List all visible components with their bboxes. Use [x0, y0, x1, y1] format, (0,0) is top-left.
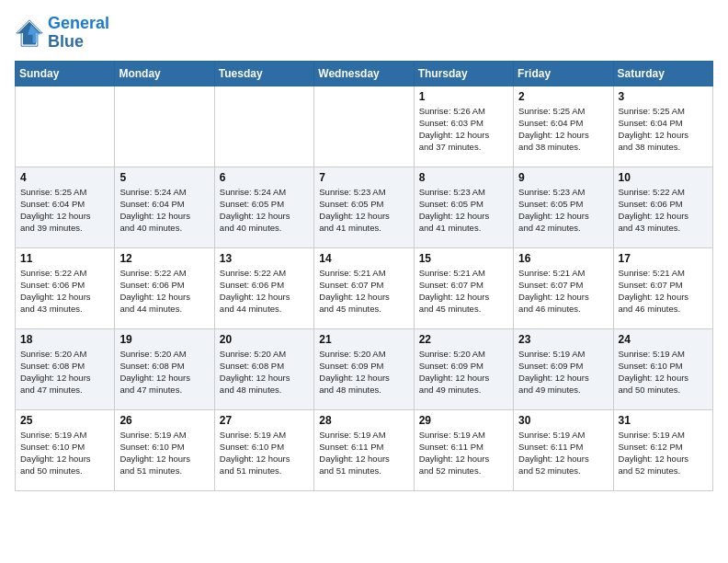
calendar-day-cell: 2Sunrise: 5:25 AMSunset: 6:04 PMDaylight…: [514, 86, 613, 167]
calendar-day-cell: 6Sunrise: 5:24 AMSunset: 6:05 PMDaylight…: [214, 167, 313, 247]
logo-text: General Blue: [48, 15, 109, 52]
calendar-week-4: 18Sunrise: 5:20 AMSunset: 6:08 PMDayligh…: [16, 328, 713, 409]
calendar-week-2: 4Sunrise: 5:25 AMSunset: 6:04 PMDaylight…: [16, 167, 713, 247]
calendar-day-cell: 5Sunrise: 5:24 AMSunset: 6:04 PMDaylight…: [115, 167, 214, 247]
day-number: 1: [419, 90, 508, 103]
weekday-header-saturday: Saturday: [613, 61, 712, 86]
calendar-week-5: 25Sunrise: 5:19 AMSunset: 6:10 PMDayligh…: [16, 409, 713, 490]
day-info: Sunrise: 5:22 AMSunset: 6:06 PMDaylight:…: [119, 267, 209, 316]
day-info: Sunrise: 5:21 AMSunset: 6:07 PMDaylight:…: [319, 267, 408, 316]
calendar-day-cell: 28Sunrise: 5:19 AMSunset: 6:11 PMDayligh…: [314, 409, 414, 490]
day-number: 18: [20, 333, 109, 346]
day-info: Sunrise: 5:20 AMSunset: 6:09 PMDaylight:…: [319, 348, 408, 396]
calendar-day-cell: 9Sunrise: 5:23 AMSunset: 6:05 PMDaylight…: [514, 167, 613, 247]
calendar-day-cell: 13Sunrise: 5:22 AMSunset: 6:06 PMDayligh…: [214, 247, 313, 328]
day-info: Sunrise: 5:19 AMSunset: 6:10 PMDaylight:…: [20, 429, 109, 477]
calendar-day-cell: 14Sunrise: 5:21 AMSunset: 6:07 PMDayligh…: [314, 247, 414, 328]
day-info: Sunrise: 5:19 AMSunset: 6:11 PMDaylight:…: [319, 429, 408, 477]
calendar-day-cell: 30Sunrise: 5:19 AMSunset: 6:11 PMDayligh…: [514, 409, 613, 490]
day-number: 19: [119, 333, 209, 346]
day-number: 6: [220, 171, 309, 184]
day-info: Sunrise: 5:19 AMSunset: 6:09 PMDaylight:…: [518, 348, 608, 396]
weekday-header-friday: Friday: [514, 61, 613, 86]
calendar-day-cell: 24Sunrise: 5:19 AMSunset: 6:10 PMDayligh…: [613, 328, 712, 409]
day-number: 24: [619, 333, 708, 346]
day-number: 7: [319, 171, 408, 184]
day-number: 31: [619, 414, 708, 427]
calendar-day-cell: [214, 86, 313, 167]
day-number: 12: [119, 252, 209, 265]
day-number: 15: [419, 252, 508, 265]
day-number: 3: [619, 90, 708, 103]
day-info: Sunrise: 5:22 AMSunset: 6:06 PMDaylight:…: [220, 267, 309, 316]
calendar-day-cell: 16Sunrise: 5:21 AMSunset: 6:07 PMDayligh…: [514, 247, 613, 328]
day-number: 28: [319, 414, 408, 427]
calendar-week-1: 1Sunrise: 5:26 AMSunset: 6:03 PMDaylight…: [16, 86, 713, 167]
day-number: 2: [518, 90, 608, 103]
calendar-day-cell: 15Sunrise: 5:21 AMSunset: 6:07 PMDayligh…: [414, 247, 513, 328]
day-info: Sunrise: 5:23 AMSunset: 6:05 PMDaylight:…: [518, 186, 608, 235]
day-number: 29: [419, 414, 508, 427]
logo: General Blue: [15, 15, 109, 52]
calendar-day-cell: [16, 86, 115, 167]
weekday-header-wednesday: Wednesday: [314, 61, 414, 86]
page-header: General Blue: [15, 15, 713, 52]
calendar-day-cell: 12Sunrise: 5:22 AMSunset: 6:06 PMDayligh…: [115, 247, 214, 328]
day-number: 10: [619, 171, 708, 184]
day-info: Sunrise: 5:19 AMSunset: 6:10 PMDaylight:…: [619, 348, 708, 396]
day-number: 23: [518, 333, 608, 346]
calendar-day-cell: 27Sunrise: 5:19 AMSunset: 6:10 PMDayligh…: [214, 409, 313, 490]
calendar-day-cell: 29Sunrise: 5:19 AMSunset: 6:11 PMDayligh…: [414, 409, 513, 490]
day-number: 4: [20, 171, 109, 184]
logo-icon: [15, 18, 44, 48]
calendar-day-cell: [115, 86, 214, 167]
calendar-day-cell: 26Sunrise: 5:19 AMSunset: 6:10 PMDayligh…: [115, 409, 214, 490]
day-number: 11: [20, 252, 109, 265]
day-number: 26: [119, 414, 209, 427]
day-number: 17: [619, 252, 708, 265]
day-info: Sunrise: 5:19 AMSunset: 6:12 PMDaylight:…: [619, 429, 708, 477]
calendar-day-cell: 1Sunrise: 5:26 AMSunset: 6:03 PMDaylight…: [414, 86, 513, 167]
calendar-day-cell: 23Sunrise: 5:19 AMSunset: 6:09 PMDayligh…: [514, 328, 613, 409]
calendar-day-cell: 4Sunrise: 5:25 AMSunset: 6:04 PMDaylight…: [16, 167, 115, 247]
day-info: Sunrise: 5:24 AMSunset: 6:04 PMDaylight:…: [119, 186, 209, 235]
day-number: 13: [220, 252, 309, 265]
day-info: Sunrise: 5:21 AMSunset: 6:07 PMDaylight:…: [518, 267, 608, 316]
day-info: Sunrise: 5:23 AMSunset: 6:05 PMDaylight:…: [419, 186, 508, 235]
day-number: 5: [119, 171, 209, 184]
day-info: Sunrise: 5:26 AMSunset: 6:03 PMDaylight:…: [419, 105, 508, 154]
day-info: Sunrise: 5:25 AMSunset: 6:04 PMDaylight:…: [20, 186, 109, 235]
day-info: Sunrise: 5:22 AMSunset: 6:06 PMDaylight:…: [619, 186, 708, 235]
calendar-day-cell: 18Sunrise: 5:20 AMSunset: 6:08 PMDayligh…: [16, 328, 115, 409]
day-number: 16: [518, 252, 608, 265]
calendar-day-cell: 10Sunrise: 5:22 AMSunset: 6:06 PMDayligh…: [613, 167, 712, 247]
calendar-table: SundayMondayTuesdayWednesdayThursdayFrid…: [15, 61, 713, 491]
calendar-day-cell: 19Sunrise: 5:20 AMSunset: 6:08 PMDayligh…: [115, 328, 214, 409]
day-number: 14: [319, 252, 408, 265]
calendar-day-cell: 17Sunrise: 5:21 AMSunset: 6:07 PMDayligh…: [613, 247, 712, 328]
calendar-day-cell: 7Sunrise: 5:23 AMSunset: 6:05 PMDaylight…: [314, 167, 414, 247]
calendar-day-cell: [314, 86, 414, 167]
calendar-day-cell: 8Sunrise: 5:23 AMSunset: 6:05 PMDaylight…: [414, 167, 513, 247]
calendar-day-cell: 20Sunrise: 5:20 AMSunset: 6:08 PMDayligh…: [214, 328, 313, 409]
calendar-day-cell: 31Sunrise: 5:19 AMSunset: 6:12 PMDayligh…: [613, 409, 712, 490]
day-number: 22: [419, 333, 508, 346]
day-info: Sunrise: 5:21 AMSunset: 6:07 PMDaylight:…: [619, 267, 708, 316]
day-number: 20: [220, 333, 309, 346]
calendar-day-cell: 25Sunrise: 5:19 AMSunset: 6:10 PMDayligh…: [16, 409, 115, 490]
weekday-header-thursday: Thursday: [414, 61, 513, 86]
day-info: Sunrise: 5:20 AMSunset: 6:08 PMDaylight:…: [20, 348, 109, 396]
calendar-day-cell: 21Sunrise: 5:20 AMSunset: 6:09 PMDayligh…: [314, 328, 414, 409]
weekday-header-row: SundayMondayTuesdayWednesdayThursdayFrid…: [16, 61, 713, 86]
day-info: Sunrise: 5:20 AMSunset: 6:09 PMDaylight:…: [419, 348, 508, 396]
day-info: Sunrise: 5:19 AMSunset: 6:10 PMDaylight:…: [119, 429, 209, 477]
calendar-day-cell: 22Sunrise: 5:20 AMSunset: 6:09 PMDayligh…: [414, 328, 513, 409]
calendar-day-cell: 11Sunrise: 5:22 AMSunset: 6:06 PMDayligh…: [16, 247, 115, 328]
day-info: Sunrise: 5:20 AMSunset: 6:08 PMDaylight:…: [119, 348, 209, 396]
day-number: 30: [518, 414, 608, 427]
calendar-week-3: 11Sunrise: 5:22 AMSunset: 6:06 PMDayligh…: [16, 247, 713, 328]
day-info: Sunrise: 5:24 AMSunset: 6:05 PMDaylight:…: [220, 186, 309, 235]
day-number: 27: [220, 414, 309, 427]
day-number: 21: [319, 333, 408, 346]
day-info: Sunrise: 5:19 AMSunset: 6:10 PMDaylight:…: [220, 429, 309, 477]
